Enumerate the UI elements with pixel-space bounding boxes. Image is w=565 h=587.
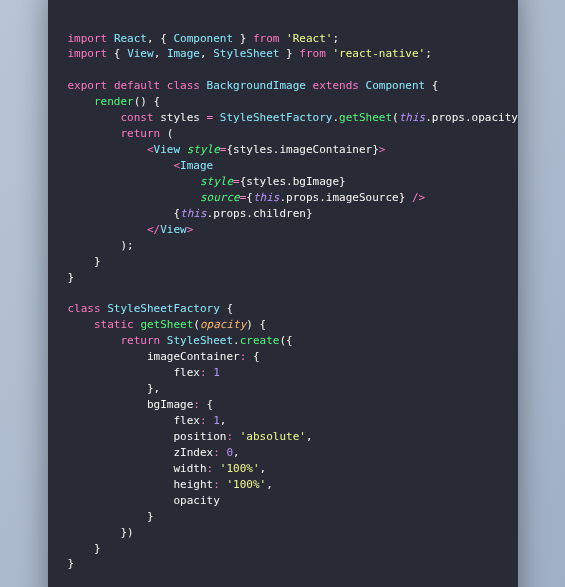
code-block: import React, { Component } from 'React'… <box>68 31 498 573</box>
code-editor: import React, { Component } from 'React'… <box>48 0 518 587</box>
